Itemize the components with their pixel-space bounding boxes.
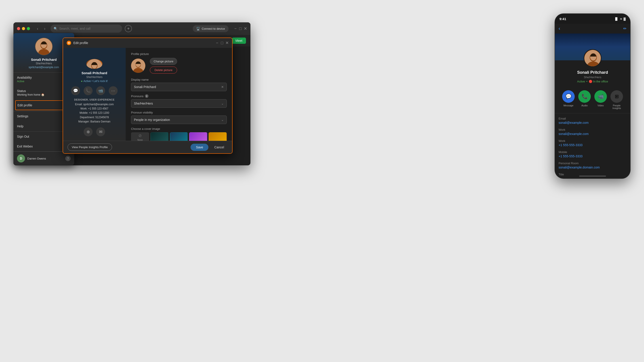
connect-device-button[interactable]: 🖥️ Connect to device xyxy=(193,25,228,32)
cancel-button[interactable]: Cancel xyxy=(211,144,228,151)
cover-dark-teal[interactable] xyxy=(150,132,168,141)
search-input[interactable] xyxy=(59,27,119,30)
back-arrow[interactable]: ‹ xyxy=(34,25,41,32)
display-name-field[interactable] xyxy=(134,85,221,89)
profile-email: spritchard@example.com xyxy=(28,66,59,69)
profile-pic-row: Change picture Delete picture xyxy=(131,58,227,73)
pronoun-visibility-label: Pronoun visibility xyxy=(131,111,227,114)
min-btn[interactable]: − xyxy=(234,27,237,30)
audio-icon[interactable]: 📞 xyxy=(578,90,591,103)
bottom-avatar: D xyxy=(17,154,25,162)
mobile-phone: 9:41 ▐▌ ≋ ▓ ‹ ✏ Sonali Pritchard She/Her… xyxy=(554,13,630,179)
modal-form: Profile picture Change picture Delete pi… xyxy=(126,48,232,141)
phone-edit-button[interactable]: ✏ xyxy=(623,26,626,31)
modal-max-btn[interactable]: □ xyxy=(220,41,224,44)
screen-icon: 🖥️ xyxy=(196,27,200,30)
github-action-btn[interactable]: ⊕ xyxy=(84,127,92,136)
meet-button[interactable]: Meet xyxy=(232,37,246,44)
pronoun-visibility-select[interactable]: People in my organization ⌄ xyxy=(131,115,227,124)
battery-icon: ▓ xyxy=(624,17,626,20)
view-insights-button[interactable]: View People Insights Profile xyxy=(68,143,112,151)
preview-actions: 💬 📞 📹 ⋯ xyxy=(71,86,118,95)
search-icon: 🔍 xyxy=(54,27,58,30)
cover-images-grid: ⊘ None xyxy=(131,132,227,141)
modal-body: Sonali Pritchard She/Her/Hers ● Active •… xyxy=(63,48,232,141)
search-bar[interactable]: 🔍 xyxy=(50,24,122,33)
message-icon[interactable]: 💬 xyxy=(562,90,575,103)
chat-action-btn[interactable]: 💬 xyxy=(71,86,80,95)
max-btn[interactable]: □ xyxy=(239,27,242,30)
personal-room-field: Personal Room sonali@example.domain.com xyxy=(558,162,626,169)
clear-icon[interactable]: ✕ xyxy=(221,85,224,89)
profile-name: Sonali Pritchard xyxy=(31,58,56,61)
more-action-btn[interactable]: ⋯ xyxy=(109,86,118,95)
people-insights-icon[interactable]: ⊞ xyxy=(610,90,623,103)
visibility-chevron-icon: ⌄ xyxy=(221,118,224,122)
window-controls xyxy=(17,27,30,30)
profile-pronouns: She/Her/Hers xyxy=(36,62,52,65)
phone-cover xyxy=(555,33,630,60)
profile-avatar xyxy=(35,37,53,55)
modal-controls: − □ ✕ xyxy=(216,41,228,44)
call-action-btn[interactable]: 📞 xyxy=(84,86,92,95)
forward-arrow[interactable]: › xyxy=(42,25,48,32)
video-action-btn[interactable]: 📹 xyxy=(96,86,105,95)
minimize-button[interactable] xyxy=(22,27,25,30)
maximize-button[interactable] xyxy=(27,27,30,30)
people-insights-action: ⊞ PeopleInsights xyxy=(610,90,623,109)
nav-arrows: ‹ › xyxy=(34,25,48,32)
webex-logo: W xyxy=(67,41,71,45)
preview-panel: Sonali Pritchard She/Her/Hers ● Active •… xyxy=(63,48,126,141)
home-indicator xyxy=(579,176,606,177)
preview-info: Email: spritchard@example.com Work: +1 5… xyxy=(75,102,114,124)
cover-image-label: Choose a cover image xyxy=(131,127,227,130)
preview-bottom-actions: ⊕ ✉ xyxy=(84,127,105,136)
delete-picture-button[interactable]: Delete picture xyxy=(150,67,177,73)
preview-avatar xyxy=(86,59,102,69)
mobile-phone-field: Mobile +1 555-555-3333 xyxy=(558,150,626,158)
cover-orange[interactable] xyxy=(209,132,227,141)
select-chevron-icon: ⌄ xyxy=(221,102,224,105)
display-name-input[interactable]: ✕ xyxy=(131,83,227,91)
video-action: 📹 Video xyxy=(594,90,607,109)
work-phone-field: Work +1 555-555-3333 xyxy=(558,139,626,147)
phone-nav: ‹ ✏ xyxy=(555,24,630,33)
cover-none[interactable]: ⊘ None xyxy=(131,132,149,141)
pic-buttons: Change picture Delete picture xyxy=(150,58,177,73)
video-icon[interactable]: 📹 xyxy=(594,90,607,103)
info-icon: ℹ xyxy=(145,94,148,98)
add-button[interactable]: + xyxy=(125,25,132,32)
modal-min-btn[interactable]: − xyxy=(216,41,219,44)
status-icons: ▐▌ ≋ ▓ xyxy=(614,17,626,20)
message-action: 💬 Message xyxy=(562,90,575,109)
email-field: Email sonali@example.com xyxy=(558,117,626,124)
close-btn[interactable]: ✕ xyxy=(244,27,247,30)
help-button[interactable]: ? xyxy=(65,156,71,161)
modal-footer: View People Insights Profile Save Cancel xyxy=(63,141,232,153)
phone-status-bar: 9:41 ▐▌ ≋ ▓ xyxy=(555,14,630,24)
display-name-label: Display name xyxy=(131,78,227,81)
signal-icon: ▐▌ xyxy=(614,17,618,20)
profile-pic-thumb xyxy=(131,58,145,73)
modal-titlebar: W Edit profile − □ ✕ xyxy=(63,38,232,48)
save-button[interactable]: Save xyxy=(190,144,208,151)
phone-actions: 💬 Message 📞 Audio 📹 Video ⊞ PeopleInsigh… xyxy=(555,87,630,113)
close-button[interactable] xyxy=(17,27,20,30)
phone-back-button[interactable]: ‹ xyxy=(558,26,560,31)
wifi-icon: ≋ xyxy=(620,17,622,20)
email-action-btn[interactable]: ✉ xyxy=(96,127,105,136)
audio-action: 📞 Audio xyxy=(578,90,591,109)
modal-close-btn[interactable]: ✕ xyxy=(226,41,228,44)
cover-blue-teal[interactable] xyxy=(170,132,188,141)
pronouns-select[interactable]: She/Her/Hers ⌄ xyxy=(131,99,227,108)
phone-contact-info: Email sonali@example.com Work sonali@exa… xyxy=(555,113,630,179)
pronouns-label: Pronouns ℹ xyxy=(131,94,227,98)
edit-profile-modal: W Edit profile − □ ✕ Sonali Pritchard Sh… xyxy=(62,37,232,154)
phone-avatar xyxy=(584,49,602,67)
cover-purple[interactable] xyxy=(189,132,207,141)
change-picture-button[interactable]: Change picture xyxy=(150,58,177,65)
work-email-field: Work sonali@example.com xyxy=(558,128,626,136)
